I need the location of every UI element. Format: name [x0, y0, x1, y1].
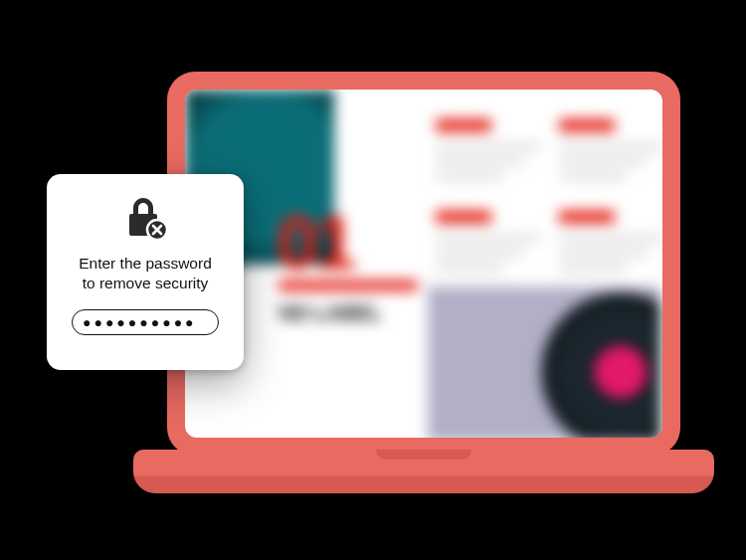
- document-info-block: [436, 119, 541, 188]
- dialog-message-line2: to remove security: [83, 275, 209, 291]
- dialog-message: Enter the password to remove security: [62, 254, 229, 293]
- document-subtitle: ND LABEL: [279, 300, 381, 326]
- vinyl-record-image: [541, 292, 660, 438]
- blurred-document: 01 ND LABEL: [185, 90, 662, 438]
- laptop-frame: 01 ND LABEL: [167, 72, 680, 456]
- password-input[interactable]: ●●●●●●●●●●: [72, 309, 219, 335]
- laptop-base: [133, 450, 714, 493]
- document-image-tile: [428, 286, 660, 438]
- password-mask: ●●●●●●●●●●: [83, 315, 197, 329]
- dialog-message-line1: Enter the password: [79, 255, 212, 272]
- lock-icon: [121, 198, 169, 242]
- document-info-block: [436, 211, 541, 280]
- document-headline-number: 01: [277, 199, 353, 285]
- document-info-block: [559, 211, 662, 280]
- document-accent-bar: [279, 280, 418, 290]
- close-x-icon: [147, 220, 167, 240]
- document-info-block: [559, 119, 662, 188]
- laptop-screen: 01 ND LABEL: [185, 90, 662, 438]
- password-dialog: Enter the password to remove security ●●…: [47, 174, 244, 370]
